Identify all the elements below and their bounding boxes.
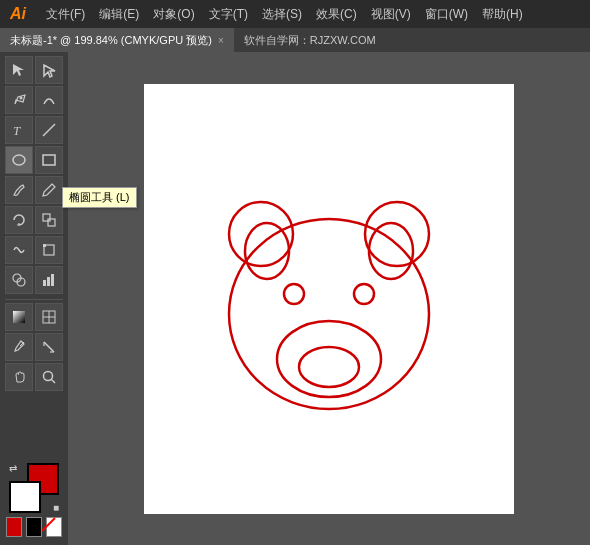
- scale-tool[interactable]: [35, 206, 63, 234]
- active-tab[interactable]: 未标题-1* @ 199.84% (CMYK/GPU 预览) ×: [0, 28, 234, 52]
- menu-window[interactable]: 窗口(W): [419, 3, 474, 26]
- ai-logo: Ai: [4, 5, 32, 23]
- svg-point-29: [284, 284, 304, 304]
- svg-point-0: [20, 97, 23, 100]
- menu-text[interactable]: 文字(T): [203, 3, 254, 26]
- svg-point-30: [354, 284, 374, 304]
- line-tool[interactable]: [35, 116, 63, 144]
- chart-tool[interactable]: [35, 266, 63, 294]
- paintbrush-tool[interactable]: [5, 176, 33, 204]
- tooltip: 椭圆工具 (L): [62, 187, 137, 208]
- mesh-tool[interactable]: [35, 303, 63, 331]
- svg-text:T: T: [13, 123, 21, 138]
- selection-tool[interactable]: [5, 56, 33, 84]
- shape-builder-tool[interactable]: [5, 266, 33, 294]
- tool-row-9: [2, 303, 66, 331]
- pen-tool[interactable]: [5, 86, 33, 114]
- warp-tool[interactable]: [5, 236, 33, 264]
- canvas-area: [68, 52, 590, 545]
- tab-title: 未标题-1* @ 199.84% (CMYK/GPU 预览): [10, 33, 212, 48]
- tool-row-11: [2, 363, 66, 391]
- svg-rect-4: [43, 155, 55, 165]
- tool-row-3: T: [2, 116, 66, 144]
- ellipse-tool[interactable]: [5, 146, 33, 174]
- svg-line-2: [43, 124, 55, 136]
- tool-row-2: [2, 86, 66, 114]
- none-swatch[interactable]: [46, 517, 62, 537]
- toolbar-divider: [5, 299, 63, 300]
- tool-row-5: [2, 176, 66, 204]
- tool-row-4: [2, 146, 66, 174]
- menu-file[interactable]: 文件(F): [40, 3, 91, 26]
- color-mode-row: [6, 517, 62, 537]
- svg-rect-11: [43, 280, 46, 286]
- svg-rect-14: [13, 311, 25, 323]
- tab-bar: 未标题-1* @ 199.84% (CMYK/GPU 预览) × 软件自学网：R…: [0, 28, 590, 52]
- menu-help[interactable]: 帮助(H): [476, 3, 529, 26]
- svg-rect-5: [43, 214, 50, 221]
- color-fill-swatch[interactable]: [6, 517, 22, 537]
- svg-rect-13: [51, 274, 54, 286]
- rotate-tool[interactable]: [5, 206, 33, 234]
- tab-close-button[interactable]: ×: [218, 35, 224, 46]
- title-bar: Ai 文件(F) 编辑(E) 对象(O) 文字(T) 选择(S) 效果(C) 视…: [0, 0, 590, 28]
- svg-point-26: [245, 223, 289, 279]
- color-swatches: ⇄ ■: [9, 463, 59, 513]
- rectangle-tool[interactable]: [35, 146, 63, 174]
- background-color-swatch[interactable]: [9, 481, 41, 513]
- menu-view[interactable]: 视图(V): [365, 3, 417, 26]
- menu-effect[interactable]: 效果(C): [310, 3, 363, 26]
- toolbar: T 椭圆工具 (L): [0, 52, 68, 545]
- svg-point-32: [299, 347, 359, 387]
- hand-tool[interactable]: [5, 363, 33, 391]
- main-area: T 椭圆工具 (L): [0, 52, 590, 545]
- svg-line-19: [44, 342, 54, 352]
- tab-right-text: 软件自学网：RJZXW.COM: [234, 30, 386, 51]
- color-section: ⇄ ■: [2, 459, 66, 541]
- menu-object[interactable]: 对象(O): [147, 3, 200, 26]
- direct-selection-tool[interactable]: [35, 56, 63, 84]
- measure-tool[interactable]: [35, 333, 63, 361]
- free-transform-tool[interactable]: [35, 236, 63, 264]
- tool-row-6: [2, 206, 66, 234]
- menu-bar: 文件(F) 编辑(E) 对象(O) 文字(T) 选择(S) 效果(C) 视图(V…: [40, 3, 586, 26]
- canvas: [144, 84, 514, 514]
- curvature-tool[interactable]: [35, 86, 63, 114]
- svg-point-24: [229, 219, 429, 409]
- reset-colors-icon[interactable]: ■: [53, 502, 59, 513]
- svg-point-28: [369, 223, 413, 279]
- pencil-tool[interactable]: [35, 176, 63, 204]
- eyedropper-tool[interactable]: [5, 333, 33, 361]
- bear-illustration: [179, 129, 479, 469]
- tool-row-1: [2, 56, 66, 84]
- swap-colors-icon[interactable]: ⇄: [9, 463, 17, 474]
- tool-row-8: [2, 266, 66, 294]
- tool-row-7: [2, 236, 66, 264]
- svg-point-3: [13, 155, 25, 165]
- tool-row-10: [2, 333, 66, 361]
- type-tool[interactable]: T: [5, 116, 33, 144]
- svg-line-23: [51, 379, 55, 383]
- black-swatch[interactable]: [26, 517, 42, 537]
- svg-rect-6: [48, 219, 55, 226]
- menu-edit[interactable]: 编辑(E): [93, 3, 145, 26]
- svg-rect-12: [47, 277, 50, 286]
- gradient-tool[interactable]: [5, 303, 33, 331]
- svg-point-31: [277, 321, 381, 397]
- zoom-tool[interactable]: [35, 363, 63, 391]
- svg-rect-8: [43, 244, 46, 247]
- menu-select[interactable]: 选择(S): [256, 3, 308, 26]
